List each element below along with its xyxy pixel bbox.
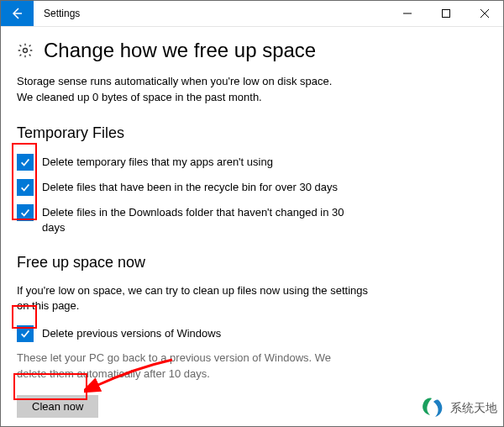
checkbox-label: Delete temporary files that my apps aren… bbox=[42, 154, 273, 170]
close-button[interactable] bbox=[465, 0, 504, 26]
checkbox-delete-downloads[interactable]: Delete files in the Downloads folder tha… bbox=[17, 204, 487, 235]
app-title: Settings bbox=[34, 0, 388, 26]
checkbox-label: Delete files in the Downloads folder tha… bbox=[42, 204, 361, 235]
content-area: Change how we free up space Storage sens… bbox=[0, 27, 504, 427]
watermark-text: 系统天地 bbox=[450, 401, 497, 416]
window-controls bbox=[388, 0, 504, 26]
checkbox-icon bbox=[17, 325, 34, 342]
storage-sense-description: Storage sense runs automatically when yo… bbox=[17, 74, 487, 106]
checkbox-delete-prev-windows[interactable]: Delete previous versions of Windows bbox=[17, 325, 487, 342]
svg-point-1 bbox=[24, 49, 28, 53]
back-button[interactable] bbox=[0, 0, 34, 26]
temporary-files-heading: Temporary Files bbox=[17, 124, 487, 142]
minimize-button[interactable] bbox=[388, 0, 427, 26]
watermark: 系统天地 bbox=[418, 395, 497, 422]
clean-now-button[interactable]: Clean now bbox=[17, 395, 98, 418]
titlebar: Settings bbox=[0, 0, 504, 27]
svg-rect-0 bbox=[443, 9, 450, 17]
prev-windows-hint: These let your PC go back to a previous … bbox=[17, 351, 353, 381]
checkbox-delete-recycle-bin[interactable]: Delete files that have been in the recyc… bbox=[17, 179, 487, 196]
checkbox-delete-temp-files[interactable]: Delete temporary files that my apps aren… bbox=[17, 154, 487, 171]
checkbox-icon bbox=[17, 204, 34, 221]
gear-icon bbox=[17, 42, 34, 59]
checkbox-icon bbox=[17, 179, 34, 196]
page-title: Change how we free up space bbox=[44, 39, 316, 62]
checkbox-label: Delete files that have been in the recyc… bbox=[42, 179, 338, 195]
checkbox-icon bbox=[17, 154, 34, 171]
page-header: Change how we free up space bbox=[17, 39, 487, 62]
desc-line1: Storage sense runs automatically when yo… bbox=[17, 75, 332, 87]
desc-line2: We cleaned up 0 bytes of space in the pa… bbox=[17, 91, 262, 103]
watermark-logo-icon bbox=[418, 395, 445, 422]
free-up-description: If you're low on space, we can try to cl… bbox=[17, 283, 370, 314]
checkbox-label: Delete previous versions of Windows bbox=[42, 325, 221, 341]
free-up-space-heading: Free up space now bbox=[17, 254, 487, 271]
arrow-left-icon bbox=[10, 7, 24, 20]
maximize-button[interactable] bbox=[427, 0, 465, 26]
